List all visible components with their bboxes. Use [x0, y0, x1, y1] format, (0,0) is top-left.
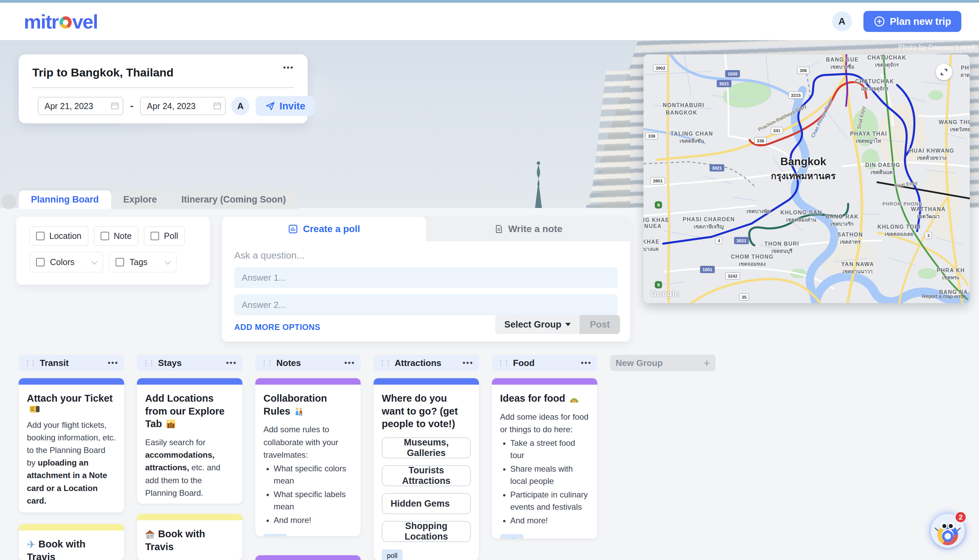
invite-button[interactable]: Invite: [256, 96, 315, 116]
taco-emoji: [569, 395, 579, 403]
filter-note-label: Note: [114, 231, 132, 241]
poll-question-input[interactable]: [234, 250, 618, 261]
notification-badge: 2: [954, 511, 967, 523]
column-header-food[interactable]: ⋮⋮ Food •••: [492, 355, 597, 371]
drag-handle-icon[interactable]: ⋮⋮: [142, 359, 154, 367]
trip-more-icon[interactable]: •••: [283, 66, 294, 69]
column-header-notes[interactable]: ⋮⋮ Notes •••: [255, 355, 361, 371]
checkbox-icon[interactable]: [150, 232, 159, 240]
drag-handle-icon[interactable]: ⋮⋮: [379, 359, 390, 367]
post-button[interactable]: Post: [580, 315, 620, 334]
card-bullet: Participate in culinary events and festi…: [510, 488, 589, 513]
plan-new-trip-button[interactable]: Plan new trip: [864, 11, 961, 32]
select-group-dropdown[interactable]: Select Group: [495, 315, 580, 334]
card-book-with-travis-transit[interactable]: ✈Book with Travis: [19, 524, 124, 560]
calendar-icon: [213, 101, 222, 110]
checkbox-icon[interactable]: [115, 258, 124, 267]
card-title: Add Locations from our Explore Tab: [145, 393, 225, 429]
column-more-icon[interactable]: •••: [581, 361, 592, 365]
column-title: Attractions: [395, 358, 441, 368]
plan-new-trip-label: Plan new trip: [890, 16, 951, 27]
note-tag: note: [264, 534, 287, 536]
report-map-error-link[interactable]: Report a map error: [922, 293, 965, 299]
new-group-button[interactable]: New Group +: [610, 355, 715, 371]
divider: [32, 87, 294, 88]
column-more-icon[interactable]: •••: [108, 361, 118, 365]
card-title: Ideas for food: [500, 393, 565, 404]
card-bullet: Share meals with local people: [510, 463, 589, 487]
app-logo[interactable]: mitrvel: [24, 10, 98, 33]
tab-write-note[interactable]: Write a note: [426, 217, 630, 241]
note-doc-icon: [494, 224, 504, 234]
select-group-label: Select Group: [504, 319, 561, 330]
write-note-label: Write a note: [508, 223, 562, 235]
poll-answer-2-input[interactable]: [234, 294, 618, 315]
column-more-icon[interactable]: •••: [344, 361, 355, 365]
card-collaboration-rules[interactable]: Collaboration Rules Add some rules to co…: [255, 378, 361, 536]
house-emoji: [145, 530, 155, 538]
drag-handle-icon[interactable]: ⋮⋮: [24, 359, 36, 367]
filter-note[interactable]: Note: [94, 226, 139, 246]
card-bullet: What specific labels mean: [274, 488, 352, 513]
card-where-to-go-poll[interactable]: Where do you want to go? (get people to …: [374, 378, 479, 560]
card-partial-note[interactable]: [255, 555, 361, 560]
bangkok-map[interactable]: BANG SUEเขตบางซื่อCHATUCHAKเขตจตุจักรCHA…: [644, 54, 970, 303]
temple-spire: [527, 160, 549, 208]
card-ideas-for-food[interactable]: Ideas for food Add some ideas for food o…: [492, 378, 597, 538]
checkbox-icon[interactable]: [101, 232, 109, 240]
column-header-transit[interactable]: ⋮⋮ Transit •••: [19, 355, 124, 371]
card-text: Add some ideas for food or things to do …: [500, 410, 589, 436]
poll-answer-1-input[interactable]: [234, 267, 618, 288]
user-avatar[interactable]: A: [832, 12, 852, 31]
card-add-locations[interactable]: Add Locations from our Explore Tab Easil…: [137, 378, 242, 503]
scroll-left-button[interactable]: [2, 194, 16, 209]
column-more-icon[interactable]: •••: [463, 361, 474, 365]
calendar-icon: [110, 101, 119, 110]
invite-label: Invite: [279, 101, 305, 112]
trip-title: Trip to Bangkok, Thailand: [32, 66, 174, 79]
card-bullet: What specific colors mean: [274, 462, 352, 487]
tab-planning-board[interactable]: Planning Board: [19, 190, 111, 209]
trip-member-avatar[interactable]: A: [231, 97, 250, 115]
checkbox-icon[interactable]: [36, 232, 45, 240]
filter-poll[interactable]: Poll: [144, 226, 185, 246]
tab-explore[interactable]: Explore: [111, 190, 169, 209]
drag-handle-icon[interactable]: ⋮⋮: [497, 359, 509, 367]
tab-itinerary[interactable]: Itinerary (Coming Soon): [169, 190, 299, 209]
filter-location-label: Location: [49, 231, 82, 241]
poll-option-hidden-gems[interactable]: Hidden Gems: [382, 493, 471, 514]
airplane-emoji: ✈: [27, 538, 36, 550]
new-group-label: New Group: [615, 358, 663, 368]
poll-tag: poll: [382, 550, 402, 560]
column-header-attractions[interactable]: ⋮⋮ Attractions •••: [374, 355, 479, 371]
filter-location[interactable]: Location: [29, 226, 88, 246]
poll-chart-icon: [288, 224, 298, 234]
card-color-bar: [374, 378, 479, 385]
card-title: Where do you want to go? (get people to …: [382, 393, 458, 429]
card-bullet: Take a street food tour: [510, 437, 589, 462]
skyscraper-balconies: [590, 71, 630, 208]
card-attach-your-ticket[interactable]: Attach your Ticket Add your flight ticke…: [19, 378, 124, 512]
send-icon: [265, 101, 275, 111]
filter-tags-dropdown[interactable]: Tags: [109, 252, 177, 273]
poll-option-museums[interactable]: Museums, Galleries: [382, 437, 471, 458]
card-text-bold: uploading an attachment in a Note card o…: [27, 458, 107, 505]
card-book-with-travis-stays[interactable]: Book with Travis Look for the best: [137, 514, 242, 560]
note-tag: note: [500, 534, 524, 538]
column-more-icon[interactable]: •••: [226, 361, 237, 365]
chevron-down-icon: [165, 258, 171, 264]
filter-colors-dropdown[interactable]: Colors: [29, 252, 103, 273]
assistant-button[interactable]: 2: [931, 514, 965, 548]
expand-map-icon: [940, 68, 948, 76]
google-logo: Google: [650, 289, 679, 298]
checkbox-icon[interactable]: [36, 258, 45, 267]
tab-create-poll[interactable]: Create a poll: [222, 217, 426, 241]
add-more-options-link[interactable]: ADD MORE OPTIONS: [234, 322, 320, 332]
card-color-bar: [137, 378, 242, 385]
column-header-stays[interactable]: ⋮⋮ Stays •••: [137, 355, 242, 371]
poll-option-tourists[interactable]: Tourists Attractions: [382, 465, 471, 486]
poll-option-shopping[interactable]: Shopping Locations: [382, 521, 471, 542]
expand-map-button[interactable]: [936, 64, 952, 80]
drag-handle-icon[interactable]: ⋮⋮: [261, 359, 272, 367]
chevron-down-icon: [91, 258, 97, 264]
